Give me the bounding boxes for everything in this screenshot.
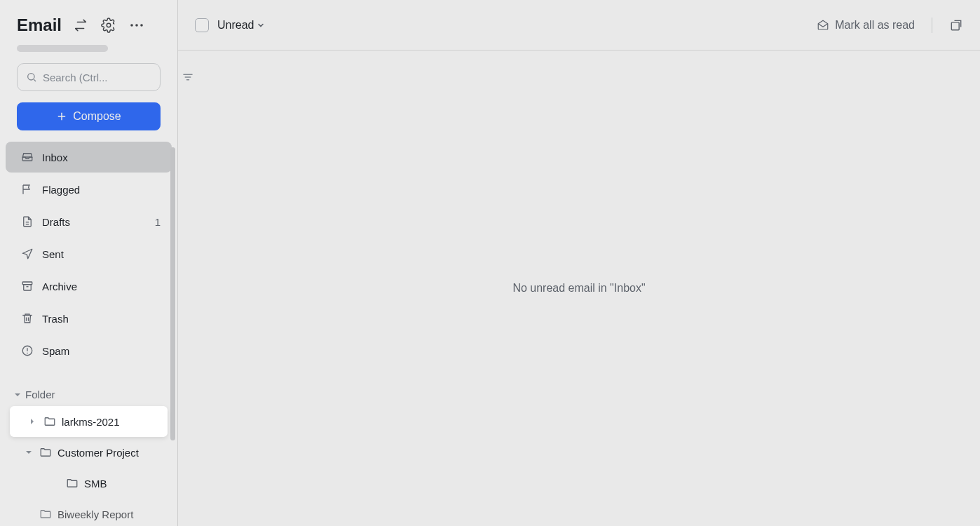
archive-icon (21, 280, 34, 292)
nav-sent[interactable]: Sent (6, 238, 172, 269)
folder-smb[interactable]: SMB (6, 468, 172, 499)
folder-icon (43, 415, 56, 428)
scrollbar-thumb[interactable] (170, 147, 175, 440)
folder-label: larkms-2021 (62, 416, 120, 428)
compose-label: Compose (73, 110, 121, 123)
nav-trash[interactable]: Trash (6, 303, 172, 334)
nav-inbox[interactable]: Inbox (6, 142, 172, 173)
nav-label: Spam (42, 345, 69, 357)
search-box[interactable] (17, 63, 161, 91)
send-icon (21, 248, 34, 260)
alert-icon (21, 344, 34, 357)
open-external-icon[interactable] (949, 18, 963, 32)
nav-drafts[interactable]: Drafts 1 (6, 206, 172, 237)
search-icon (26, 72, 37, 83)
chevron-down-icon (14, 391, 21, 398)
plus-icon (56, 111, 67, 122)
folder-label: SMB (84, 478, 107, 490)
swap-icon[interactable] (72, 16, 90, 34)
trash-icon (21, 312, 34, 325)
nav-label: Archive (42, 281, 77, 292)
nav-archive[interactable]: Archive (6, 271, 172, 302)
envelope-open-icon (817, 19, 829, 32)
svg-point-19 (27, 353, 28, 354)
folder-icon (39, 508, 52, 520)
nav-label: Drafts (42, 216, 70, 228)
folder-icon (39, 446, 52, 459)
nav-spam[interactable]: Spam (6, 335, 172, 366)
file-icon (21, 215, 34, 228)
svg-rect-20 (951, 22, 959, 29)
svg-point-3 (140, 24, 143, 27)
svg-line-5 (34, 79, 36, 81)
mark-all-read-label: Mark all as read (835, 19, 915, 32)
folder-customer-project[interactable]: Customer Project (6, 437, 172, 468)
folder-larkms-2021[interactable]: larkms-2021 (10, 406, 168, 437)
flag-icon (21, 183, 34, 196)
inbox-icon (21, 151, 34, 163)
select-all-checkbox[interactable] (195, 18, 209, 32)
filter-icon[interactable] (182, 71, 194, 83)
chevron-right-icon (29, 418, 38, 425)
loading-placeholder (17, 45, 108, 52)
chevron-down-icon (25, 450, 34, 455)
folder-biweekly-report[interactable]: Biweekly Report (6, 499, 172, 526)
chevron-down-icon (257, 21, 265, 29)
nav-flagged[interactable]: Flagged (6, 174, 172, 205)
svg-point-4 (28, 74, 34, 80)
folder-icon (66, 477, 79, 490)
folder-section-header[interactable]: Folder (6, 367, 172, 406)
gear-icon[interactable] (100, 16, 118, 34)
folder-label: Biweekly Report (57, 508, 133, 520)
sidebar: Email (0, 0, 178, 526)
topbar: Unread Mark all as read (178, 0, 980, 50)
svg-point-0 (107, 23, 111, 27)
main: Unread Mark all as read No unrea (178, 0, 980, 526)
nav-label: Trash (42, 313, 69, 325)
empty-text: No unread email in "Inbox" (512, 282, 645, 295)
compose-button[interactable]: Compose (17, 102, 161, 130)
nav-label: Sent (42, 248, 64, 260)
app-title: Email (17, 15, 62, 35)
more-icon[interactable] (128, 16, 146, 34)
svg-rect-13 (22, 282, 32, 285)
mark-all-read-button[interactable]: Mark all as read (817, 19, 915, 32)
svg-point-1 (130, 24, 133, 27)
search-input[interactable] (43, 72, 176, 83)
sidebar-header: Email (0, 0, 177, 41)
nav-label: Inbox (42, 151, 68, 163)
filter-dropdown[interactable]: Unread (217, 19, 265, 32)
folder-section-label: Folder (25, 389, 55, 400)
drafts-count: 1 (155, 216, 161, 228)
nav-label: Flagged (42, 184, 80, 196)
filter-label-text: Unread (217, 19, 254, 32)
folder-label: Customer Project (57, 447, 139, 459)
empty-state: No unread email in "Inbox" (178, 50, 980, 526)
svg-point-2 (135, 24, 138, 27)
divider (932, 18, 932, 33)
